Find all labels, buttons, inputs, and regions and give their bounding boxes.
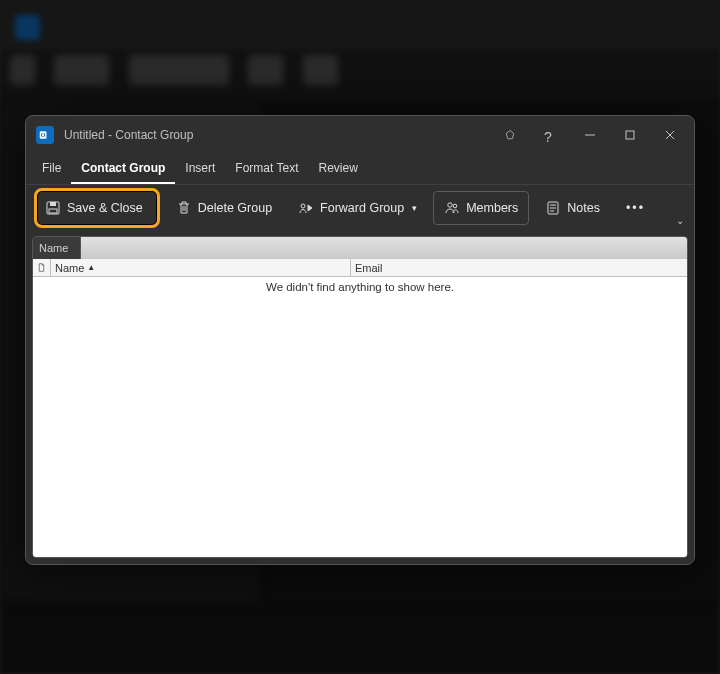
members-icon	[444, 200, 460, 216]
notes-label: Notes	[567, 201, 600, 215]
menu-contact-group[interactable]: Contact Group	[71, 154, 175, 184]
group-name-row: Name	[33, 237, 687, 259]
save-icon	[45, 200, 61, 216]
close-button[interactable]	[650, 119, 690, 151]
ribbon-collapse-chevron[interactable]: ⌄	[676, 215, 684, 226]
column-name-label: Name	[55, 262, 84, 274]
contact-group-window: O Untitled - Contact Group ? File Contac…	[25, 115, 695, 565]
empty-list-message: We didn't find anything to show here.	[33, 277, 687, 293]
svg-rect-4	[626, 131, 634, 139]
forward-group-label: Forward Group	[320, 201, 404, 215]
group-name-input[interactable]	[81, 237, 687, 259]
sort-ascending-icon: ▲	[87, 263, 95, 272]
svg-marker-2	[506, 131, 514, 139]
svg-rect-8	[50, 202, 56, 206]
ellipsis-icon: •••	[626, 201, 645, 215]
titlebar: O Untitled - Contact Group ?	[26, 116, 694, 154]
menu-insert[interactable]: Insert	[175, 154, 225, 184]
trash-icon	[176, 200, 192, 216]
members-button[interactable]: Members	[433, 191, 529, 225]
outlook-icon: O	[36, 126, 54, 144]
members-list: Name ▲ Email We didn't find anything to …	[33, 259, 687, 557]
ribbon: Save & Close Delete Group Forward Group …	[26, 184, 694, 230]
forward-icon	[298, 200, 314, 216]
group-name-label: Name	[33, 237, 81, 259]
window-title: Untitled - Contact Group	[64, 128, 193, 142]
delete-group-label: Delete Group	[198, 201, 272, 215]
chevron-down-icon: ▾	[412, 203, 417, 213]
content-area: Name Name ▲ Email We didn't find anythin…	[32, 236, 688, 558]
column-email[interactable]: Email	[351, 259, 687, 276]
svg-rect-9	[49, 209, 57, 213]
save-and-close-button[interactable]: Save & Close	[34, 188, 160, 228]
column-email-label: Email	[355, 262, 383, 274]
maximize-button[interactable]	[610, 119, 650, 151]
menubar: File Contact Group Insert Format Text Re…	[26, 154, 694, 184]
minimize-button[interactable]	[570, 119, 610, 151]
delete-group-button[interactable]: Delete Group	[166, 191, 282, 225]
notes-icon	[545, 200, 561, 216]
forward-group-button[interactable]: Forward Group ▾	[288, 191, 427, 225]
list-header: Name ▲ Email	[33, 259, 687, 277]
document-icon	[37, 262, 46, 273]
column-name[interactable]: Name ▲	[51, 259, 351, 276]
menu-format-text[interactable]: Format Text	[225, 154, 308, 184]
menu-review[interactable]: Review	[309, 154, 368, 184]
members-label: Members	[466, 201, 518, 215]
notes-button[interactable]: Notes	[535, 191, 610, 225]
svg-text:O: O	[41, 132, 46, 138]
more-commands-button[interactable]: •••	[616, 191, 655, 225]
help-button[interactable]: ?	[530, 119, 570, 151]
menu-file[interactable]: File	[32, 154, 71, 184]
save-and-close-label: Save & Close	[67, 201, 143, 215]
svg-point-14	[453, 204, 457, 208]
premium-icon[interactable]	[490, 119, 530, 151]
svg-point-12	[301, 204, 305, 208]
svg-point-13	[448, 202, 452, 206]
column-icon[interactable]	[33, 259, 51, 276]
